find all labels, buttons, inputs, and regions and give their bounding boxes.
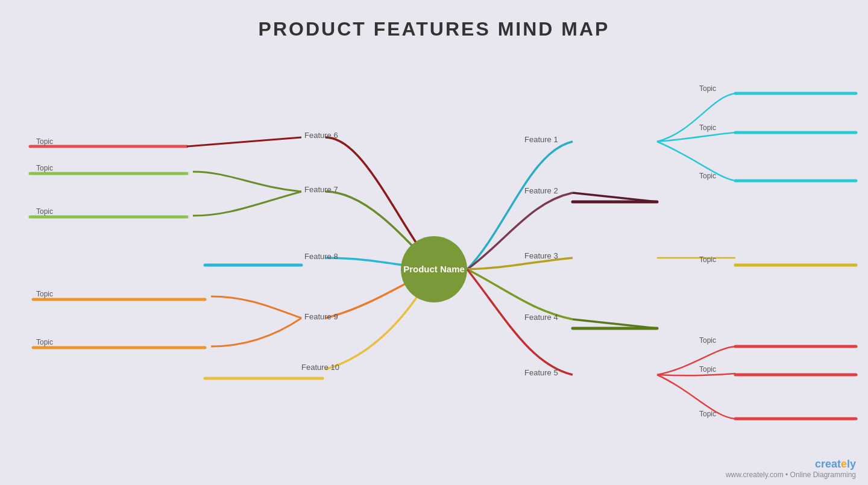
topic-f7-2-label: Topic bbox=[36, 207, 53, 216]
feature-5-label: Feature 5 bbox=[524, 368, 558, 377]
feature-8-label: Feature 8 bbox=[304, 252, 338, 261]
topic-f1-2-label: Topic bbox=[699, 124, 716, 132]
feature-7-label: Feature 7 bbox=[304, 185, 338, 194]
center-node: Product Name bbox=[401, 236, 467, 302]
creately-logo: creately bbox=[726, 458, 856, 471]
feature-2-label: Feature 2 bbox=[524, 186, 558, 195]
topic-f3-1-label: Topic bbox=[699, 255, 716, 264]
topic-f5-3-label: Topic bbox=[699, 410, 716, 418]
watermark-url: www.creately.com • Online Diagramming bbox=[726, 471, 856, 479]
feature-6-label: Feature 6 bbox=[304, 131, 338, 140]
main-container: PRODUCT FEATURES MIND MAP bbox=[0, 0, 868, 485]
feature-10-label: Feature 10 bbox=[301, 363, 339, 372]
watermark: creately www.creately.com • Online Diagr… bbox=[726, 458, 856, 479]
topic-f6-1-label: Topic bbox=[36, 137, 53, 146]
feature-1-label: Feature 1 bbox=[524, 135, 558, 144]
topic-f1-1-label: Topic bbox=[699, 84, 716, 93]
topic-f1-3-label: Topic bbox=[699, 172, 716, 180]
topic-f5-2-label: Topic bbox=[699, 365, 716, 374]
svg-line-4 bbox=[187, 137, 301, 146]
topic-f9-2-label: Topic bbox=[36, 338, 53, 346]
topic-f9-1-label: Topic bbox=[36, 290, 53, 298]
feature-9-label: Feature 9 bbox=[304, 312, 338, 321]
feature-4-label: Feature 4 bbox=[524, 313, 558, 322]
topic-f7-1-label: Topic bbox=[36, 164, 53, 172]
topic-f5-1-label: Topic bbox=[699, 336, 716, 345]
feature-3-label: Feature 3 bbox=[524, 251, 558, 260]
